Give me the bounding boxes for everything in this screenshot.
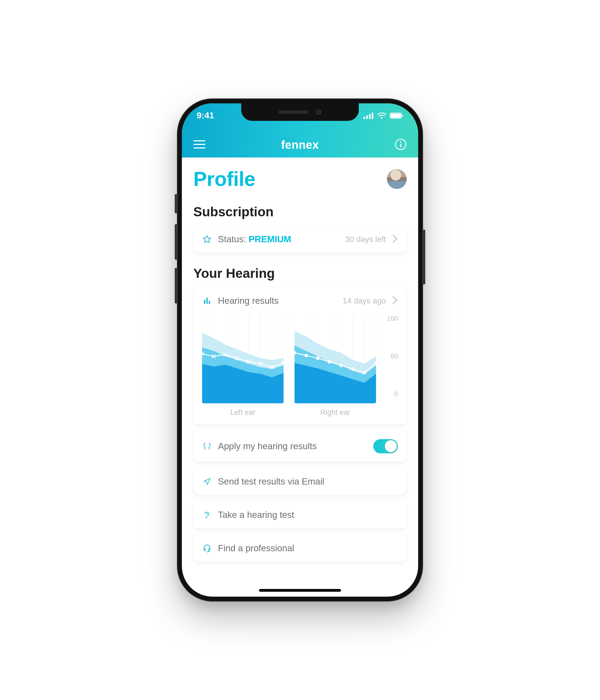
- svg-point-38: [328, 360, 331, 364]
- svg-rect-15: [206, 298, 208, 304]
- app-title: fennex: [281, 139, 319, 151]
- svg-point-4: [381, 117, 382, 119]
- cellular-icon: [364, 112, 374, 119]
- y-axis-labels: 100 50 0: [387, 313, 398, 398]
- hearing-charts: Left ear Right ear 100 50 0: [202, 313, 398, 417]
- battery-icon: [390, 112, 403, 119]
- wifi-icon: [377, 112, 386, 119]
- right-ear-chart: Right ear: [295, 313, 376, 417]
- svg-point-37: [316, 356, 320, 360]
- svg-point-12: [400, 141, 401, 143]
- volume-down: [175, 268, 177, 303]
- svg-point-39: [340, 364, 343, 367]
- info-button[interactable]: [395, 139, 407, 151]
- send-email-row[interactable]: Send test results via Email: [193, 468, 407, 495]
- svg-point-41: [362, 371, 366, 374]
- mute-switch: [175, 194, 177, 213]
- hearing-results-card[interactable]: Hearing results 14 days ago Left ear Rig…: [193, 288, 407, 424]
- send-icon: [202, 477, 212, 485]
- take-test-row[interactable]: Take a hearing test: [193, 501, 407, 528]
- svg-point-36: [304, 354, 308, 357]
- find-pro-row[interactable]: Find a professional: [193, 535, 407, 561]
- power-button: [423, 230, 425, 284]
- apply-results-label: Apply my hearing results: [218, 441, 317, 451]
- page-content: Profile Subscription Status: PREMIUM 30 …: [182, 157, 418, 590]
- svg-rect-1: [366, 116, 368, 119]
- svg-rect-3: [372, 112, 373, 119]
- headset-icon: [202, 544, 212, 553]
- svg-rect-0: [364, 117, 365, 119]
- status-label: Status: PREMIUM: [218, 234, 291, 245]
- take-test-label: Take a hearing test: [218, 510, 294, 520]
- svg-point-40: [351, 367, 354, 371]
- ear-icon: [202, 510, 212, 519]
- hearing-results-label: Hearing results: [218, 296, 279, 306]
- svg-rect-13: [400, 144, 401, 147]
- chevron-right-icon: [392, 234, 398, 244]
- left-ear-caption: Left ear: [230, 408, 255, 417]
- phone-frame: 9:41 fennex Profile: [177, 98, 423, 602]
- days-left: 30 days left: [345, 235, 386, 244]
- apply-results-row: Apply my hearing results: [193, 431, 407, 461]
- left-ear-chart: Left ear: [202, 313, 283, 417]
- apply-results-toggle[interactable]: [373, 439, 398, 453]
- subscription-card[interactable]: Status: PREMIUM 30 days left: [193, 226, 407, 253]
- find-pro-label: Find a professional: [218, 543, 294, 553]
- svg-rect-7: [402, 115, 403, 117]
- hamburger-icon: [193, 140, 205, 149]
- svg-rect-14: [204, 300, 205, 304]
- volume-up: [175, 224, 177, 260]
- chevron-right-icon: [392, 296, 398, 306]
- avatar[interactable]: [387, 169, 407, 189]
- svg-rect-6: [391, 114, 401, 118]
- bars-icon: [202, 297, 212, 305]
- info-icon: [395, 139, 407, 150]
- hearing-heading: Your Hearing: [193, 266, 407, 281]
- hearing-results-meta: 14 days ago: [343, 296, 386, 305]
- right-ear-caption: Right ear: [320, 408, 350, 417]
- send-email-label: Send test results via Email: [218, 476, 324, 487]
- subscription-heading: Subscription: [193, 204, 407, 219]
- svg-rect-16: [209, 301, 210, 304]
- page-title: Profile: [193, 167, 255, 191]
- status-time: 9:41: [197, 110, 214, 121]
- star-icon: [202, 234, 212, 244]
- home-indicator[interactable]: [259, 589, 341, 592]
- status-value: PREMIUM: [249, 234, 291, 244]
- svg-rect-2: [369, 114, 371, 119]
- airpods-icon: [202, 442, 212, 451]
- menu-button[interactable]: [193, 140, 205, 150]
- device-notch: [241, 103, 359, 121]
